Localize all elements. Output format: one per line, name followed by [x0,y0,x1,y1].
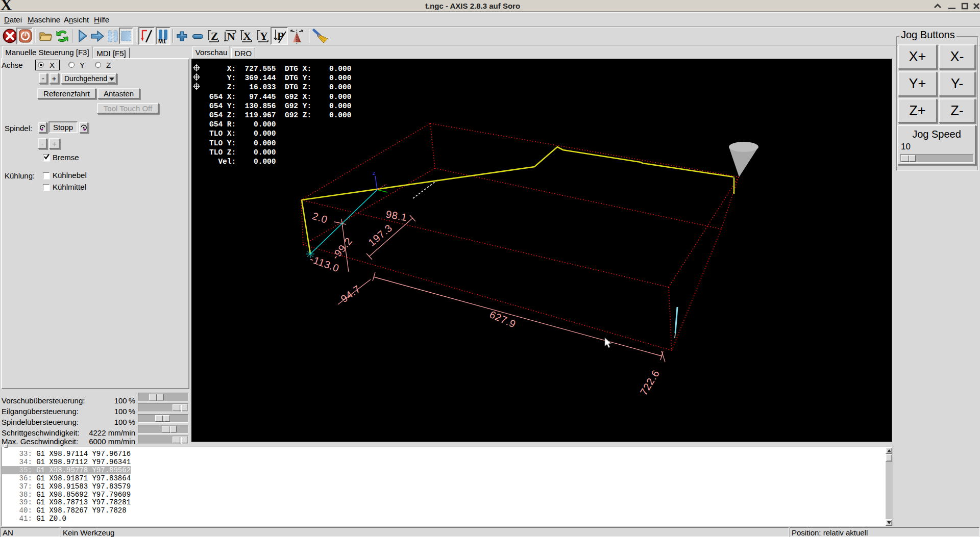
svg-text:197.3: 197.3 [366,222,395,248]
svg-text:627.9: 627.9 [488,309,518,330]
svg-text:Z: Z [373,171,376,176]
svg-text:Z: Z [211,30,218,42]
svg-text:Y: Y [260,30,268,42]
svg-text:98.1: 98.1 [385,209,408,223]
svg-text:M1: M1 [158,38,166,44]
svg-text:-99.2: -99.2 [330,235,355,262]
svg-text:2.0: 2.0 [311,210,329,225]
svg-text:N: N [227,30,235,43]
svg-text:X: X [243,30,251,42]
svg-text:722.6: 722.6 [638,368,662,397]
